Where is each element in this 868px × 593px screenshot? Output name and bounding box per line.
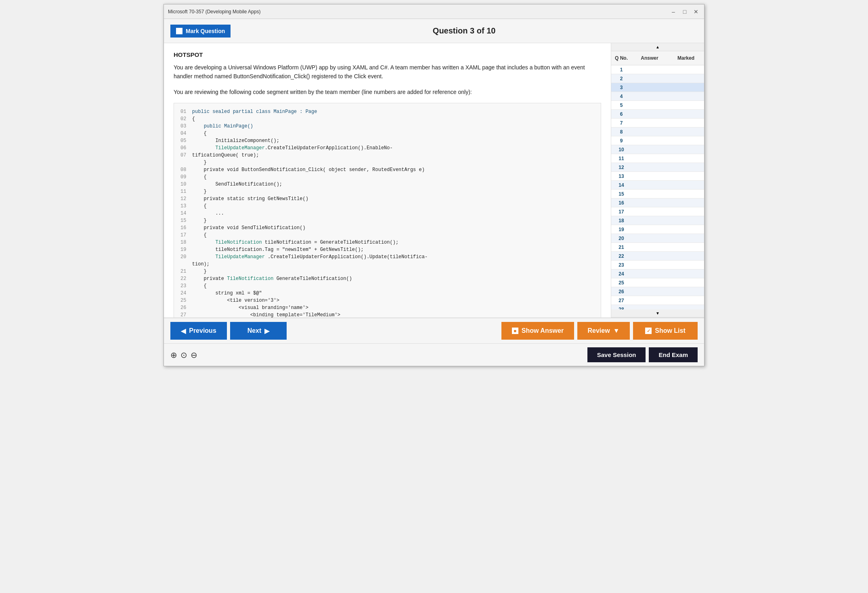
col-qno: Q No. bbox=[611, 54, 631, 63]
end-exam-button[interactable]: End Exam bbox=[649, 347, 698, 362]
code-line-6: 06 TileUpdateManager.CreateTileUpdaterFo… bbox=[180, 145, 393, 151]
code-line-20b: tion); bbox=[180, 261, 210, 267]
question-list-scroll[interactable]: 1234567891011121314151617181920212223242… bbox=[611, 65, 704, 309]
question-list-row[interactable]: 28 bbox=[611, 305, 704, 309]
code-line-1: 01 public sealed partial class MainPage … bbox=[180, 109, 317, 115]
question-list-row[interactable]: 21 bbox=[611, 243, 704, 252]
q-number: 26 bbox=[611, 289, 631, 294]
q-number: 15 bbox=[611, 191, 631, 197]
question-list-row[interactable]: 25 bbox=[611, 278, 704, 287]
q-number: 18 bbox=[611, 218, 631, 223]
next-button[interactable]: Next ▶ bbox=[230, 322, 287, 340]
question-list-row[interactable]: 15 bbox=[611, 190, 704, 198]
question-list-row[interactable]: 22 bbox=[611, 252, 704, 261]
question-list-row[interactable]: 18 bbox=[611, 216, 704, 225]
question-list-row[interactable]: 14 bbox=[611, 181, 704, 190]
zoom-reset-button[interactable]: ⊙ bbox=[180, 350, 187, 360]
q-number: 13 bbox=[611, 173, 631, 179]
code-line-25: 25 <tile version='3'> bbox=[180, 298, 279, 303]
question-list-row[interactable]: 5 bbox=[611, 101, 704, 110]
code-line-27: 27 <binding template='TileMedium'> bbox=[180, 312, 340, 317]
question-list-row[interactable]: 3 bbox=[611, 83, 704, 92]
question-list-row[interactable]: 16 bbox=[611, 198, 704, 207]
q-number: 3 bbox=[611, 85, 631, 90]
previous-button[interactable]: ◀ Previous bbox=[170, 322, 227, 340]
question-list-row[interactable]: 17 bbox=[611, 207, 704, 216]
window-title: Microsoft 70-357 (Developing Mobile Apps… bbox=[168, 9, 260, 15]
question-list-row[interactable]: 27 bbox=[611, 296, 704, 305]
window-controls: – □ ✕ bbox=[669, 8, 700, 16]
code-line-23: 23 { bbox=[180, 283, 207, 289]
minimize-button[interactable]: – bbox=[669, 8, 677, 16]
question-list-row[interactable]: 1 bbox=[611, 65, 704, 74]
scroll-up-arrow[interactable]: ▲ bbox=[611, 43, 704, 51]
q-number: 27 bbox=[611, 298, 631, 303]
scroll-down-arrow[interactable]: ▼ bbox=[611, 309, 704, 317]
question-content: HOTSPOT You are developing a Universal W… bbox=[164, 43, 611, 317]
zoom-in-button[interactable]: ⊕ bbox=[170, 350, 177, 360]
question-list-header: Q No. Answer Marked bbox=[611, 51, 704, 65]
show-list-label: Show List bbox=[655, 327, 686, 334]
code-line-5: 05 InitializeComponent(); bbox=[180, 138, 279, 144]
code-line-9: 09 { bbox=[180, 174, 207, 180]
question-list-row[interactable]: 13 bbox=[611, 172, 704, 181]
mark-question-button[interactable]: ✓ Mark Question bbox=[170, 25, 231, 38]
q-number: 19 bbox=[611, 227, 631, 232]
q-number: 9 bbox=[611, 138, 631, 144]
question-list-row[interactable]: 12 bbox=[611, 163, 704, 172]
question-list-row[interactable]: 24 bbox=[611, 269, 704, 278]
show-list-button[interactable]: ✓ Show List bbox=[633, 322, 698, 340]
question-list-row[interactable]: 7 bbox=[611, 119, 704, 127]
mark-checkbox-icon: ✓ bbox=[176, 28, 182, 34]
code-line-21: 21 } bbox=[180, 269, 207, 274]
q-number: 16 bbox=[611, 200, 631, 206]
app-window: Microsoft 70-357 (Developing Mobile Apps… bbox=[164, 4, 704, 366]
question-list-row[interactable]: 11 bbox=[611, 154, 704, 163]
question-list-row[interactable]: 8 bbox=[611, 127, 704, 136]
save-session-button[interactable]: Save Session bbox=[587, 347, 646, 362]
title-bar: Microsoft 70-357 (Developing Mobile Apps… bbox=[164, 4, 704, 19]
session-buttons: Save Session End Exam bbox=[587, 347, 698, 362]
zoom-controls: ⊕ ⊙ ⊖ bbox=[170, 350, 197, 360]
show-answer-checkbox-icon: ■ bbox=[512, 328, 518, 334]
question-list-row[interactable]: 2 bbox=[611, 74, 704, 83]
question-text-2: You are reviewing the following code seg… bbox=[174, 88, 601, 96]
q-number: 12 bbox=[611, 165, 631, 170]
header: ✓ Mark Question Question 3 of 10 bbox=[164, 19, 704, 43]
q-number: 1 bbox=[611, 67, 631, 73]
q-number: 20 bbox=[611, 236, 631, 241]
question-list-row[interactable]: 26 bbox=[611, 287, 704, 296]
question-list-row[interactable]: 19 bbox=[611, 225, 704, 234]
prev-arrow-icon: ◀ bbox=[181, 327, 186, 335]
question-list-row[interactable]: 20 bbox=[611, 234, 704, 243]
show-answer-button[interactable]: ■ Show Answer bbox=[501, 322, 574, 340]
code-line-24: 24 string xml = $@" bbox=[180, 290, 262, 296]
close-button[interactable]: ✕ bbox=[692, 8, 700, 16]
previous-label: Previous bbox=[189, 327, 216, 334]
review-button[interactable]: Review ▼ bbox=[577, 322, 630, 340]
q-number: 4 bbox=[611, 94, 631, 99]
code-line-12: 12 private static string GetNewsTitle() bbox=[180, 196, 308, 202]
maximize-button[interactable]: □ bbox=[681, 8, 689, 16]
question-list-row[interactable]: 23 bbox=[611, 261, 704, 269]
code-line-18: 18 TileNotification tileNotification = G… bbox=[180, 240, 398, 245]
question-list-row[interactable]: 4 bbox=[611, 92, 704, 101]
question-list-row[interactable]: 6 bbox=[611, 110, 704, 119]
code-line-19: 19 tileNotification.Tag = "newsItem" + G… bbox=[180, 247, 364, 253]
next-label: Next bbox=[247, 327, 262, 334]
q-number: 28 bbox=[611, 307, 631, 310]
question-title: Question 3 of 10 bbox=[231, 26, 698, 35]
question-list-row[interactable]: 10 bbox=[611, 145, 704, 154]
review-label: Review bbox=[588, 327, 610, 334]
q-number: 11 bbox=[611, 156, 631, 161]
question-list-row[interactable]: 9 bbox=[611, 136, 704, 145]
code-line-8: 08 private void ButtonSendNotification_C… bbox=[180, 167, 425, 173]
col-marked: Marked bbox=[668, 54, 704, 63]
q-number: 21 bbox=[611, 244, 631, 250]
q-number: 6 bbox=[611, 111, 631, 117]
review-arrow-icon: ▼ bbox=[613, 327, 620, 334]
code-line-14: 14 ... bbox=[180, 211, 224, 216]
code-line-13: 13 { bbox=[180, 203, 207, 209]
zoom-out-button[interactable]: ⊖ bbox=[191, 350, 197, 360]
code-line-26: 26 <visual branding='name'> bbox=[180, 305, 308, 311]
